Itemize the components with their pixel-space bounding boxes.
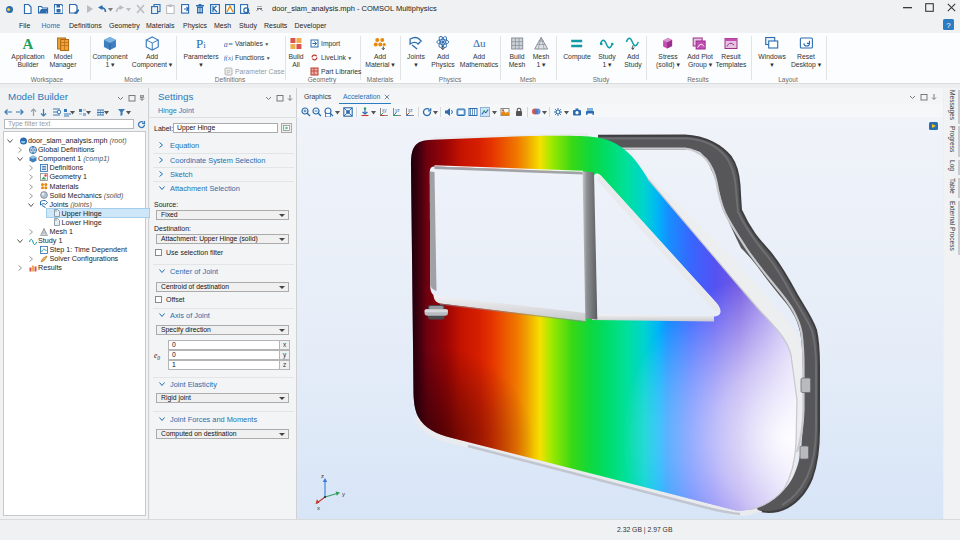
svg-text:x: x (317, 505, 320, 511)
svg-text:y: y (342, 491, 345, 497)
svg-text:yz: yz (395, 108, 400, 113)
svg-text:z: z (321, 473, 324, 479)
svg-text:a=: a= (224, 40, 233, 49)
svg-text:P: P (226, 69, 230, 75)
svg-text:Pi: Pi (196, 36, 206, 51)
svg-text:xz: xz (408, 108, 413, 113)
svg-text:xy: xy (382, 108, 387, 113)
svg-text:A: A (23, 36, 34, 51)
svg-text:f(x): f(x) (224, 54, 233, 62)
svg-text:?: ? (946, 21, 951, 30)
svg-text:Δu: Δu (473, 37, 486, 49)
